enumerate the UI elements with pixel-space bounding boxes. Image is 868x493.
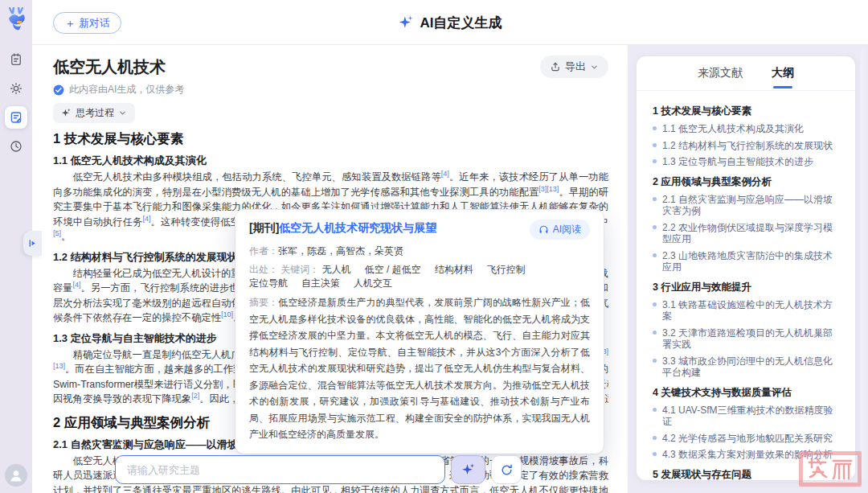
outline-section-title[interactable]: 3 行业应用与效能提升 [653, 281, 839, 294]
outline-item[interactable]: 3.3 城市政企协同治理中的无人机信息化平台构建 [653, 355, 839, 379]
bullet-dot-icon [653, 302, 657, 306]
outline-item[interactable]: 3.2 天津市道路巡检项目的无人机机巢部署实践 [653, 327, 839, 351]
new-chat-button[interactable]: ＋ 新对话 [53, 12, 121, 34]
sparkle-icon [399, 14, 415, 31]
outline-item-label: 1.1 低空无人机技术构成及其演化 [662, 123, 804, 135]
tab-source-literature[interactable]: 来源文献 [698, 66, 743, 80]
panel-tabs: 来源文献 大纲 [637, 56, 855, 91]
outline-item[interactable]: 1.3 定位导航与自主智能技术的进步 [653, 156, 839, 168]
app-title: AI自定义生成 [399, 0, 502, 45]
plus-icon: ＋ [64, 18, 76, 29]
outline-section-title[interactable]: 4 关键技术支持与数据质量评估 [653, 386, 839, 400]
refresh-icon [500, 463, 514, 477]
outline-item[interactable]: 3.1 铁路基础设施巡检中的无人机技术方案 [653, 299, 839, 323]
citation-ref[interactable]: [13] [547, 184, 559, 192]
bullet-dot-icon [653, 436, 657, 440]
outline-item-label: 2.1 自然灾害监测与应急响应——以滑坡灾害为例 [662, 194, 839, 217]
ai-note-text: 此内容由AI生成，仅供参考 [69, 83, 184, 97]
outline-item-label: 4.1 UAV-SfM三维重构技术的数据精度验证 [662, 405, 839, 428]
literature-title-link[interactable]: 低空无人机技术研究现状与展望 [279, 221, 436, 234]
generate-button[interactable] [451, 455, 485, 484]
popup-abstract: 摘要：低空经济是新质生产力的典型代表，发展前景广阔的战略性新兴产业；低空无人机是… [249, 294, 590, 443]
bullet-dot-icon [653, 126, 657, 130]
outline-item-label: 3.3 城市政企协同治理中的无人机信息化平台构建 [662, 355, 839, 379]
subsection-heading: 1.1 低空无人机技术构成及其演化 [53, 154, 608, 168]
outline-item[interactable]: 1.1 低空无人机技术构成及其演化 [653, 123, 839, 135]
keyword: 飞行控制 [487, 263, 526, 277]
sun-settings-icon[interactable] [5, 77, 27, 100]
chevron-down-icon [118, 109, 127, 117]
regenerate-button[interactable] [491, 455, 522, 484]
top-bar: ＋ 新对话 AI自定义生成 [32, 0, 868, 45]
export-button[interactable]: 导出 [540, 55, 608, 78]
outline-panel: 来源文献 大纲 1 技术发展与核心要素1.1 低空无人机技术构成及其演化1.2 … [637, 56, 855, 480]
citation-ref[interactable]: [4] [441, 170, 449, 178]
app-title-text: AI自定义生成 [420, 14, 502, 32]
keyword: 定位导航 [249, 277, 288, 290]
ai-generated-note: 此内容由AI生成，仅供参考 [53, 83, 608, 97]
popup-header: [期刊]低空无人机技术研究现状与展望 AI阅读 [249, 220, 590, 240]
author-names: 张军，陈磊，高智杰，朵英贤 [278, 245, 403, 257]
sparkle-icon [461, 462, 476, 477]
headphones-icon [538, 224, 549, 235]
outline-item[interactable]: 1.2 结构材料与飞行控制系统的发展现状 [653, 140, 839, 152]
bullet-dot-icon [653, 331, 657, 335]
outline-item[interactable]: 2.2 农业作物倒伏区域提取与深度学习模型应用 [653, 222, 839, 245]
outline-item-label: 3.2 天津市道路巡检项目的无人机机巢部署实践 [662, 327, 839, 351]
user-avatar[interactable] [5, 464, 27, 487]
logo-deer-icon [6, 7, 27, 32]
history-clock-icon[interactable] [5, 135, 27, 158]
citation-ref[interactable]: [2] [191, 392, 199, 400]
citation-ref[interactable]: [5] [53, 229, 61, 237]
export-icon [550, 61, 561, 72]
citation-ref[interactable]: [3] [538, 184, 547, 192]
outline-item-label: 2.3 山地铁路地质灾害防治中的集成技术应用 [662, 250, 839, 273]
expand-right-icon [28, 239, 37, 248]
document-header: 低空无人机技术 导出 [53, 55, 608, 78]
outline-item-label: 1.3 定位导航与自主智能技术的进步 [662, 156, 813, 168]
citation-ref[interactable]: [4] [142, 214, 150, 222]
outline-item[interactable]: 4.2 光学传感器与地形地貌匹配关系研究 [653, 433, 839, 445]
keyword-label: 关键词： [280, 264, 319, 275]
thinking-process-toggle[interactable]: 思考过程 [53, 103, 135, 123]
outline-section: 2 应用领域与典型案例分析2.1 自然灾害监测与应急响应——以滑坡灾害为例2.2… [653, 175, 839, 273]
outline-item-label: 4.2 光学传感器与地形地貌匹配关系研究 [662, 433, 833, 445]
abstract-label: 摘要： [249, 297, 278, 308]
topic-input-wrapper [115, 455, 445, 484]
outline-item[interactable]: 2.1 自然灾害监测与应急响应——以滑坡灾害为例 [653, 194, 839, 217]
bullet-dot-icon [653, 197, 657, 201]
outline-item[interactable]: 4.1 UAV-SfM三维重构技术的数据精度验证 [653, 405, 839, 428]
popup-title: [期刊]低空无人机技术研究现状与展望 [249, 220, 436, 236]
sparkle-icon [61, 108, 72, 118]
thinking-label: 思考过程 [76, 106, 114, 120]
bullet-dot-icon [653, 143, 657, 147]
keyword: 无人机 [322, 263, 351, 277]
research-topic-input[interactable] [125, 463, 435, 477]
source-label: 出处： [249, 264, 278, 275]
outline-section: 1 技术发展与核心要素1.1 低空无人机技术构成及其演化1.2 结构材料与飞行控… [653, 105, 839, 168]
outline-section: 4 关键技术支持与数据质量评估4.1 UAV-SfM三维重构技术的数据精度验证4… [653, 386, 839, 461]
sidebar-expand-handle[interactable] [23, 231, 42, 256]
keyword: 结构材料 [435, 263, 473, 277]
tab-outline[interactable]: 大纲 [772, 66, 794, 80]
citation-ref[interactable]: [4] [73, 281, 81, 289]
citation-ref[interactable]: [10] [221, 310, 233, 318]
author-label: 作者： [249, 245, 278, 257]
bullet-dot-icon [653, 253, 657, 257]
ai-writer-doc-icon[interactable] [5, 106, 27, 129]
app-page: ＋ 新对话 AI自定义生成 低空无人机技术 导出 [0, 0, 868, 493]
outline-list: 1 技术发展与核心要素1.1 低空无人机技术构成及其演化1.2 结构材料与飞行控… [637, 91, 855, 480]
abstract-text: 低空经济是新质生产力的典型代表，发展前景广阔的战略性新兴产业；低空无人机是多样化… [249, 297, 590, 440]
citation-ref[interactable]: [13] [53, 362, 65, 370]
bullet-dot-icon [653, 408, 657, 412]
notebook-icon[interactable] [5, 48, 27, 71]
outline-item[interactable]: 2.3 山地铁路地质灾害防治中的集成技术应用 [653, 250, 839, 273]
page-scrollbar[interactable] [860, 50, 866, 478]
outline-section-title[interactable]: 1 技术发展与核心要素 [653, 105, 839, 118]
new-chat-label: 新对话 [79, 16, 110, 31]
popup-keywords-row: 出处： 关键词： 无人机低空 / 超低空结构材料飞行控制定位导航自主决策人机交互 [249, 263, 590, 290]
outline-section-title[interactable]: 2 应用领域与典型案例分析 [653, 175, 839, 189]
red-seal-watermark [799, 451, 862, 487]
outline-item-label: 3.1 铁路基础设施巡检中的无人机技术方案 [662, 299, 839, 323]
ai-read-button[interactable]: AI阅读 [530, 220, 590, 240]
